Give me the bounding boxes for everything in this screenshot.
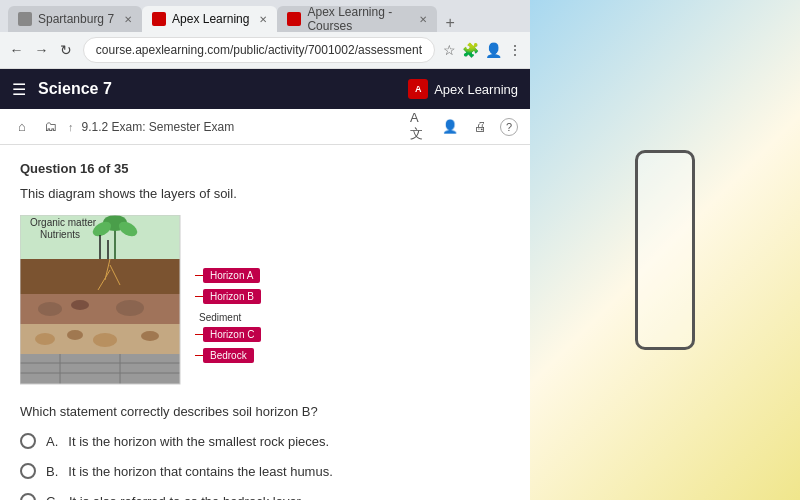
horizon-a-row: Horizon A xyxy=(195,268,261,283)
browser-toolbar: ☆ 🧩 👤 ⋮ xyxy=(443,42,522,58)
answer-a-text: It is the horizon with the smallest rock… xyxy=(68,434,329,449)
svg-point-16 xyxy=(35,333,55,345)
horizon-c-line xyxy=(195,334,203,335)
answer-a-letter: A. xyxy=(46,434,58,449)
app-title: Science 7 xyxy=(38,80,112,98)
horizon-b-line xyxy=(195,296,203,297)
star-icon[interactable]: ☆ xyxy=(443,42,456,58)
organic-matter-label: Organic matter xyxy=(30,217,96,228)
answer-c-letter: C. xyxy=(46,494,59,501)
horizon-labels: Organic matter Nutrients Horizon A Horiz… xyxy=(195,215,261,390)
tab-courses-close[interactable]: ✕ xyxy=(419,14,427,25)
profile-icon[interactable]: 👤 xyxy=(485,42,502,58)
address-text: course.apexlearning.com/public/activity/… xyxy=(96,43,422,57)
address-input[interactable]: course.apexlearning.com/public/activity/… xyxy=(83,37,435,63)
main-content: Question 16 of 35 This diagram shows the… xyxy=(0,145,530,500)
svg-point-13 xyxy=(71,300,89,310)
svg-rect-20 xyxy=(20,354,180,384)
horizon-b-row: Horizon B xyxy=(195,289,261,304)
tab-apex-learning[interactable]: Apex Learning ✕ xyxy=(142,6,277,32)
apex-tab-icon xyxy=(152,12,166,26)
home-icon[interactable]: ⌂ xyxy=(12,117,32,137)
horizon-a-badge: Horizon A xyxy=(203,268,260,283)
new-tab-button[interactable]: + xyxy=(437,14,462,32)
apex-logo-text: Apex Learning xyxy=(434,82,518,97)
bedrock-badge: Bedrock xyxy=(203,348,254,363)
svg-point-12 xyxy=(38,302,62,316)
answer-option-a[interactable]: A. It is the horizon with the smallest r… xyxy=(20,433,510,449)
address-bar: ← → ↻ course.apexlearning.com/public/act… xyxy=(0,32,530,68)
print-icon[interactable]: 🖨 xyxy=(470,117,490,137)
svg-point-18 xyxy=(93,333,117,347)
tab-courses-label: Apex Learning - Courses xyxy=(307,5,409,33)
tab-apex-close[interactable]: ✕ xyxy=(259,14,267,25)
tab-apex-label: Apex Learning xyxy=(172,12,249,26)
radio-c[interactable] xyxy=(20,493,36,500)
phone-outline xyxy=(635,150,695,350)
question-header: Question 16 of 35 xyxy=(20,161,510,176)
header-right: A Apex Learning xyxy=(408,79,518,99)
radio-b[interactable] xyxy=(20,463,36,479)
sub-nav-icons: ⌂ 🗂 xyxy=(12,117,60,137)
tab-spartanburg-close[interactable]: ✕ xyxy=(124,14,132,25)
breadcrumb: 9.1.2 Exam: Semester Exam xyxy=(82,120,235,134)
answers-section: A. It is the horizon with the smallest r… xyxy=(20,433,510,500)
hamburger-icon[interactable]: ☰ xyxy=(12,80,26,99)
answer-b-text: It is the horizon that contains the leas… xyxy=(68,464,332,479)
reload-button[interactable]: ↻ xyxy=(58,38,75,62)
question-prompt: Which statement correctly describes soil… xyxy=(20,404,510,419)
soil-diagram: labels xyxy=(20,215,195,390)
svg-rect-7 xyxy=(20,259,180,294)
apex-courses-tab-icon xyxy=(287,12,301,26)
radio-a[interactable] xyxy=(20,433,36,449)
apex-logo-icon: A xyxy=(408,79,428,99)
help-icon[interactable]: ? xyxy=(500,118,518,136)
back-button[interactable]: ← xyxy=(8,38,25,62)
svg-point-19 xyxy=(141,331,159,341)
tab-apex-courses[interactable]: Apex Learning - Courses ✕ xyxy=(277,6,437,32)
question-text: This diagram shows the layers of soil. xyxy=(20,186,510,201)
right-panel xyxy=(530,0,800,500)
answer-b-letter: B. xyxy=(46,464,58,479)
horizon-c-badge: Horizon C xyxy=(203,327,261,342)
breadcrumb-separator: ↑ xyxy=(68,121,74,133)
horizon-c-row: Horizon C xyxy=(195,327,261,342)
tab-spartanburg[interactable]: Spartanburg 7 ✕ xyxy=(8,6,142,32)
diagram-section: labels Organic matter Nutrients Horizon … xyxy=(20,215,510,390)
answer-option-c[interactable]: C. It is also referred to as the bedrock… xyxy=(20,493,510,500)
folder-icon[interactable]: 🗂 xyxy=(40,117,60,137)
menu-icon[interactable]: ⋮ xyxy=(508,42,522,58)
nutrients-label: Nutrients xyxy=(40,229,80,240)
bedrock-row: Bedrock xyxy=(195,348,261,363)
answer-option-b[interactable]: B. It is the horizon that contains the l… xyxy=(20,463,510,479)
horizon-a-line xyxy=(195,275,203,276)
horizon-b-badge: Horizon B xyxy=(203,289,261,304)
sediment-label: Sediment xyxy=(199,312,261,323)
person-icon[interactable]: 👤 xyxy=(440,117,460,137)
answer-c-text: It is also referred to as the bedrock la… xyxy=(69,494,304,501)
tab-bar: Spartanburg 7 ✕ Apex Learning ✕ Apex Lea… xyxy=(0,0,530,32)
svg-point-17 xyxy=(67,330,83,340)
svg-point-14 xyxy=(116,300,144,316)
apex-logo: A Apex Learning xyxy=(408,79,518,99)
forward-button[interactable]: → xyxy=(33,38,50,62)
spartanburg-tab-icon xyxy=(18,12,32,26)
tab-spartanburg-label: Spartanburg 7 xyxy=(38,12,114,26)
app-header: ☰ Science 7 A Apex Learning xyxy=(0,69,530,109)
translate-icon[interactable]: A文 xyxy=(410,117,430,137)
sub-header: ⌂ 🗂 ↑ 9.1.2 Exam: Semester Exam A文 👤 🖨 ? xyxy=(0,109,530,145)
sub-header-right: A文 👤 🖨 ? xyxy=(410,117,518,137)
bedrock-line xyxy=(195,355,203,356)
extensions-icon[interactable]: 🧩 xyxy=(462,42,479,58)
